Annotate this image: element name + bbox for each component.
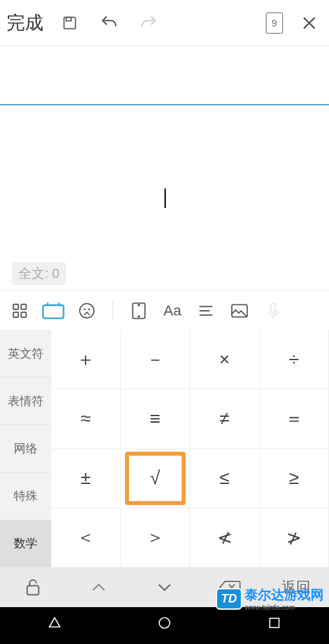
category-special[interactable]: 特殊 bbox=[0, 473, 51, 520]
keyboard-icon[interactable] bbox=[41, 299, 65, 323]
svg-point-11 bbox=[80, 304, 94, 318]
chevron-down-icon[interactable] bbox=[132, 568, 197, 607]
symbol-panel: 英文符 表情符 网络 特殊 数学 ＋ － × ÷ ≈ ≡ ≠ ＝ ± √ ≤ ≥… bbox=[0, 330, 329, 568]
apps-icon[interactable] bbox=[8, 299, 32, 323]
nav-back-icon[interactable] bbox=[47, 615, 63, 631]
symbol-geq[interactable]: ≥ bbox=[260, 449, 330, 508]
symbol-minus[interactable]: － bbox=[121, 330, 191, 389]
align-icon[interactable] bbox=[194, 299, 218, 323]
close-icon[interactable] bbox=[296, 10, 322, 36]
svg-rect-23 bbox=[27, 586, 39, 595]
symbol-less[interactable]: ＜ bbox=[51, 508, 121, 568]
nav-recent-icon[interactable] bbox=[266, 615, 282, 631]
symbol-notequal[interactable]: ≠ bbox=[190, 389, 260, 448]
svg-rect-1 bbox=[66, 17, 72, 20]
format-toolbar: Aa bbox=[0, 290, 329, 330]
text-cursor bbox=[164, 188, 166, 208]
symbol-greater[interactable]: ＞ bbox=[121, 508, 191, 568]
category-network[interactable]: 网络 bbox=[0, 425, 51, 472]
editor-area: 全文: 0 bbox=[0, 46, 329, 290]
category-math[interactable]: 数学 bbox=[0, 520, 51, 568]
symbol-leq[interactable]: ≤ bbox=[190, 449, 260, 508]
symbol-grid: ＋ － × ÷ ≈ ≡ ≠ ＝ ± √ ≤ ≥ ＜ ＞ ≮ ≯ bbox=[51, 330, 329, 568]
lock-icon[interactable] bbox=[0, 568, 66, 607]
nav-home-icon[interactable] bbox=[157, 615, 172, 631]
symbol-plus[interactable]: ＋ bbox=[51, 330, 121, 389]
category-list: 英文符 表情符 网络 特殊 数学 bbox=[0, 330, 51, 568]
category-emoji[interactable]: 表情符 bbox=[0, 377, 51, 425]
svg-point-15 bbox=[138, 304, 139, 306]
symbol-notless[interactable]: ≮ bbox=[190, 508, 260, 568]
svg-rect-8 bbox=[43, 305, 63, 318]
svg-point-12 bbox=[84, 309, 85, 309]
undo-icon[interactable] bbox=[96, 10, 122, 36]
watermark: TD 泰尔达游戏网 www.tairda.com bbox=[216, 586, 324, 611]
symbol-notgreater[interactable]: ≯ bbox=[260, 508, 330, 568]
fullscreen-icon[interactable] bbox=[127, 299, 151, 323]
done-button[interactable]: 完成 bbox=[7, 11, 43, 36]
editor-header[interactable] bbox=[0, 46, 329, 105]
top-bar: 完成 9 bbox=[0, 0, 329, 46]
android-nav-bar bbox=[0, 607, 329, 644]
svg-rect-6 bbox=[13, 312, 18, 317]
image-icon[interactable] bbox=[228, 299, 251, 323]
mic-icon[interactable] bbox=[261, 299, 285, 323]
watermark-text: 泰尔达游戏网 www.tairda.com bbox=[245, 586, 324, 611]
symbol-equal[interactable]: ＝ bbox=[260, 389, 330, 448]
category-english[interactable]: 英文符 bbox=[0, 330, 51, 377]
font-icon[interactable]: Aa bbox=[161, 299, 184, 323]
watermark-badge: TD bbox=[216, 588, 242, 610]
emoji-icon[interactable] bbox=[75, 299, 99, 323]
svg-rect-21 bbox=[271, 303, 276, 312]
symbol-sqrt[interactable]: √ bbox=[121, 449, 191, 508]
word-count: 全文: 0 bbox=[12, 262, 66, 285]
svg-rect-4 bbox=[13, 304, 18, 309]
symbol-divide[interactable]: ÷ bbox=[260, 330, 330, 389]
svg-rect-28 bbox=[270, 618, 279, 628]
symbol-plusminus[interactable]: ± bbox=[51, 449, 121, 508]
editor-body[interactable]: 全文: 0 bbox=[0, 105, 329, 290]
chevron-up-icon[interactable] bbox=[66, 568, 132, 607]
svg-point-16 bbox=[138, 315, 139, 317]
symbol-approx[interactable]: ≈ bbox=[51, 389, 121, 448]
divider bbox=[113, 301, 113, 321]
save-icon[interactable] bbox=[57, 10, 83, 36]
svg-marker-26 bbox=[49, 618, 60, 627]
redo-icon bbox=[136, 10, 162, 36]
svg-rect-5 bbox=[21, 304, 26, 309]
symbol-identical[interactable]: ≡ bbox=[121, 389, 191, 448]
symbol-times[interactable]: × bbox=[190, 330, 260, 389]
svg-point-27 bbox=[159, 618, 170, 628]
svg-rect-7 bbox=[21, 312, 26, 317]
page-badge[interactable]: 9 bbox=[266, 13, 283, 34]
svg-point-13 bbox=[89, 309, 89, 309]
